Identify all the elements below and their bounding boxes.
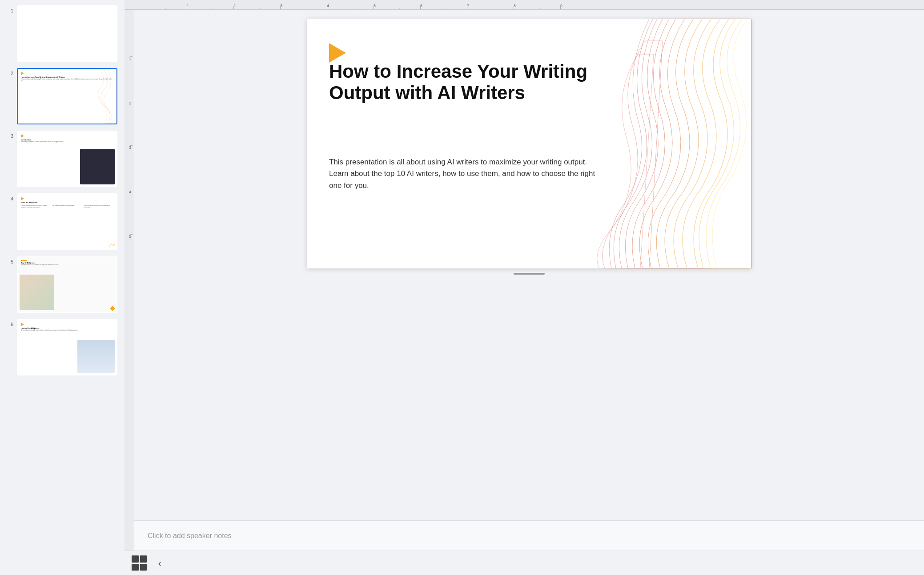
thumb4-label: What are AI Writers? — [21, 201, 113, 204]
ruler-tick-5 — [374, 6, 374, 9]
thumb2-wave — [72, 69, 117, 124]
slide-panel: 1 2 How to Increase Your Writing Output … — [0, 0, 125, 575]
notes-placeholder[interactable]: Click to add speaker notes — [148, 532, 232, 540]
ruler-left-mark-1: 1 — [129, 56, 131, 61]
content-area: 1 2 3 4 5 — [125, 10, 924, 551]
thumb6-label: How to Use AI Writers — [21, 327, 113, 329]
slide-thumb-2[interactable]: 2 How to Increase Your Writing Output wi… — [5, 66, 119, 126]
slide-thumb-5[interactable]: 5 Top 10 AI Writers Overview of the top … — [5, 255, 119, 315]
slide-number-6: 6 — [7, 322, 13, 327]
thumb5-flower-image — [20, 275, 54, 310]
thumb6-body: Best practices for using AI writers incl… — [21, 330, 113, 331]
ruler-left-mark-2: 2 — [129, 101, 131, 105]
thumb-inner-4: What are AI Writers? AI writers use mach… — [18, 194, 117, 249]
slide-canvas[interactable]: How to Increase Your Writing Output with… — [307, 19, 751, 268]
ruler-left-tick-4 — [130, 190, 133, 190]
ruler-tick-3 — [280, 6, 281, 9]
ruler-left-tick-5 — [130, 234, 133, 235]
thumb-inner-3: Introduction Presented by Samantha Rober… — [18, 132, 117, 186]
thumb5-orange-bar — [21, 260, 27, 261]
thumb4-wave — [108, 243, 116, 247]
slide-thumb-6[interactable]: 6 How to Use AI Writers Best practices f… — [5, 317, 119, 377]
thumb-card-1[interactable] — [17, 5, 117, 62]
thumb-card-2[interactable]: How to Increase Your Writing Output with… — [17, 68, 117, 124]
thumb5-body: Overview of the top 10 AI writers, inclu… — [21, 264, 113, 266]
ruler-tick-6 — [420, 6, 421, 9]
ruler-tick-9 — [560, 6, 561, 9]
slide-number-5: 5 — [7, 259, 13, 264]
thumb4-col2: Can save time and effort for content cre… — [52, 205, 82, 208]
thumb-card-3[interactable]: Introduction Presented by Samantha Rober… — [17, 131, 117, 187]
thumb4-play-icon — [21, 197, 24, 200]
ruler-tick-4 — [327, 6, 327, 9]
canvas-wrapper: How to Increase Your Writing Output with… — [134, 10, 924, 551]
canvas-area: How to Increase Your Writing Output with… — [134, 10, 924, 520]
ruler-left-mark-3: 3 — [129, 145, 131, 150]
ruler-left-tick-3 — [130, 145, 133, 146]
thumb4-col1: AI writers use machine learning and natu… — [21, 205, 51, 208]
thumb-inner-2: How to Increase Your Writing Output with… — [18, 69, 117, 124]
scroll-indicator — [514, 273, 545, 275]
slide-play-icon — [329, 43, 346, 63]
thumb-card-4[interactable]: What are AI Writers? AI writers use mach… — [17, 193, 117, 250]
grid-view-button[interactable] — [132, 555, 147, 571]
slide-thumb-4[interactable]: 4 What are AI Writers? AI writers use ma… — [5, 192, 119, 252]
ruler-left: 1 2 3 4 5 — [125, 10, 134, 551]
ruler-left-tick-2 — [130, 101, 133, 101]
thumb5-label: Top 10 AI Writers — [21, 262, 113, 264]
thumb2-play-icon — [21, 72, 24, 75]
ruler-left-inner: 1 2 3 4 5 — [133, 14, 134, 279]
ruler-tick-1 — [187, 6, 187, 9]
bottom-bar: ‹ — [125, 551, 924, 575]
slide-number-4: 4 — [7, 196, 13, 201]
thumb-inner-6: How to Use AI Writers Best practices for… — [18, 320, 117, 375]
ruler-left-mark-5: 5 — [129, 234, 131, 239]
thumb-card-5[interactable]: Top 10 AI Writers Overview of the top 10… — [17, 256, 117, 313]
ruler-tick-8 — [514, 6, 514, 9]
slide-thumb-3[interactable]: 3 Introduction Presented by Samantha Rob… — [5, 129, 119, 189]
thumb-card-6[interactable]: How to Use AI Writers Best practices for… — [17, 319, 117, 375]
ruler-tick-2 — [233, 6, 234, 9]
ruler-top: 1 2 3 4 5 6 7 8 9 — [125, 0, 924, 10]
main-area: 1 2 3 4 5 6 7 8 9 — [125, 0, 924, 575]
slide-thumb-1[interactable]: 1 — [5, 4, 119, 64]
slide-number-3: 3 — [7, 133, 13, 139]
slide-number-2: 2 — [7, 71, 13, 76]
notes-area[interactable]: Click to add speaker notes — [134, 520, 924, 551]
thumb6-cloud-image — [77, 340, 115, 373]
thumb-inner-5: Top 10 AI Writers Overview of the top 10… — [18, 257, 117, 312]
ruler-left-tick-1 — [130, 56, 133, 57]
thumb6-play-icon — [21, 323, 24, 326]
slide-number-1: 1 — [7, 8, 13, 13]
thumb3-body: Presented by Samantha Roberts, AI Automa… — [21, 141, 113, 143]
back-button[interactable]: ‹ — [152, 555, 167, 571]
ruler-tick-7 — [467, 6, 467, 9]
thumb-inner-1 — [18, 6, 117, 61]
thumb3-play-icon — [21, 134, 24, 138]
thumb3-robot-image — [80, 149, 115, 184]
thumb5-diamond — [110, 306, 115, 311]
wave-decoration — [560, 19, 751, 268]
ruler-left-mark-4: 4 — [129, 190, 131, 194]
thumb4-col3: Some AI writers can also write for searc… — [84, 205, 113, 208]
